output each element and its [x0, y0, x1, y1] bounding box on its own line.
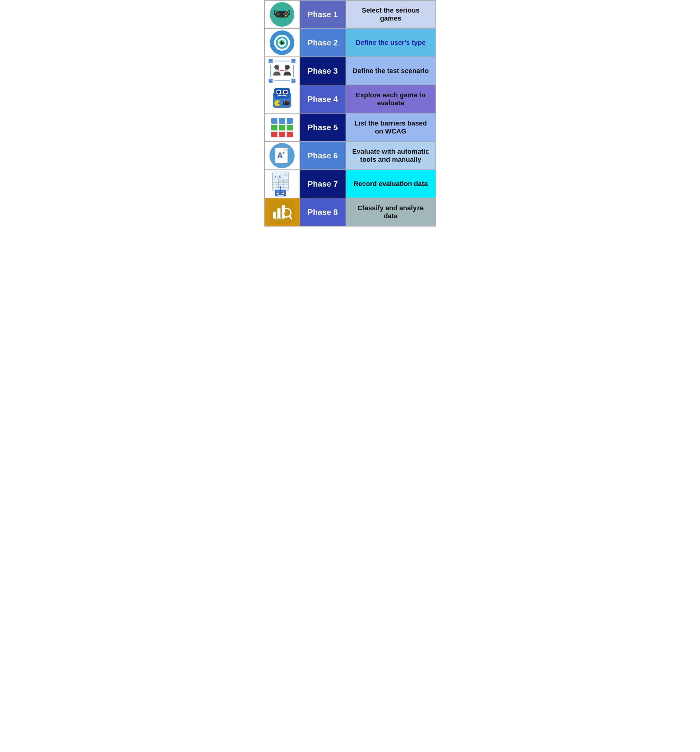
- svg-text:+: +: [282, 151, 285, 155]
- phase-6-icon-cell: A +: [265, 142, 300, 169]
- svg-point-4: [287, 14, 289, 16]
- users-resize-icon: [268, 59, 296, 83]
- phase-row-2: Phase 2 Define the user's type: [265, 29, 435, 57]
- phase-7-label: Phase 7: [300, 170, 346, 198]
- svg-rect-69: [279, 180, 283, 182]
- svg-rect-48: [271, 118, 278, 124]
- phase-5-description: List the barriers based on WCAG: [346, 113, 435, 141]
- svg-rect-49: [279, 118, 285, 124]
- phase-2-label: Phase 2: [300, 29, 346, 56]
- phase-1-icon-cell: [265, 1, 300, 28]
- svg-rect-53: [287, 125, 293, 131]
- phase-8-icon-cell: [265, 198, 300, 226]
- svg-rect-44: [284, 101, 285, 103]
- svg-rect-2: [278, 12, 279, 16]
- svg-point-45: [287, 101, 289, 103]
- svg-line-82: [289, 216, 292, 219]
- phase-6-description: Evaluate with automatic tools and manual…: [346, 142, 435, 169]
- analytics-icon: [269, 200, 295, 224]
- gamepad-icon: [270, 2, 294, 27]
- phase-7-icon-cell: XLS: [265, 170, 300, 198]
- grid-icon: [268, 115, 296, 140]
- svg-point-30: [285, 65, 290, 70]
- phase-8-description: Classify and analyze data: [346, 198, 435, 226]
- svg-rect-56: [287, 132, 293, 137]
- phase-7-description: Record evaluation data: [346, 170, 435, 198]
- phase-row-4: ♪ Phase 4 Explore each game to evaluate: [265, 85, 435, 113]
- phase-3-description: Define the test scenario: [346, 57, 435, 85]
- svg-point-3: [285, 12, 287, 14]
- phase-4-icon-cell: ♪: [265, 85, 300, 113]
- phase-row-8: Phase 8 Classify and analyze data: [265, 198, 435, 226]
- svg-rect-55: [279, 132, 285, 137]
- robot-game-icon: ♪: [268, 86, 296, 112]
- phase-3-icon-cell: [265, 57, 300, 85]
- svg-point-29: [274, 65, 279, 70]
- svg-rect-79: [278, 208, 281, 218]
- eye-icon: [270, 30, 294, 55]
- svg-point-12: [282, 41, 283, 42]
- svg-point-77: [279, 186, 281, 188]
- svg-rect-70: [284, 180, 288, 182]
- svg-point-6: [283, 14, 285, 16]
- svg-rect-78: [273, 212, 276, 218]
- phase-4-label: Phase 4: [300, 85, 346, 113]
- phase-2-icon-cell: [265, 29, 300, 56]
- phase-row-1: Phase 1 Select the serious games: [265, 1, 435, 29]
- phase-6-label: Phase 6: [300, 142, 346, 169]
- phase-3-label: Phase 3: [300, 57, 346, 85]
- svg-rect-52: [279, 125, 285, 131]
- phases-container: Phase 1 Select the serious games: [264, 0, 436, 227]
- svg-text:XLS: XLS: [274, 175, 281, 179]
- svg-point-39: [284, 90, 287, 93]
- phase-8-label: Phase 8: [300, 198, 346, 226]
- svg-point-38: [277, 90, 280, 93]
- svg-rect-51: [271, 125, 278, 131]
- grade-icon: A +: [269, 143, 295, 168]
- spreadsheet-robot-icon: XLS: [268, 171, 296, 197]
- svg-rect-50: [287, 118, 293, 124]
- phase-5-icon-cell: [265, 113, 300, 141]
- phase-4-description: Explore each game to evaluate: [346, 85, 435, 113]
- phase-row-5: Phase 5 List the barriers based on WCAG: [265, 113, 435, 142]
- phase-1-description: Select the serious games: [346, 1, 435, 28]
- phase-row-3: Phase 3 Define the test scenario: [265, 57, 435, 85]
- svg-rect-54: [271, 132, 278, 137]
- svg-text:♪: ♪: [289, 104, 291, 109]
- phase-2-description: Define the user's type: [346, 29, 435, 56]
- svg-point-5: [285, 15, 287, 17]
- phase-1-label: Phase 1: [300, 1, 346, 28]
- svg-point-74: [278, 192, 279, 193]
- phase-row-7: XLS: [265, 170, 435, 198]
- svg-point-75: [282, 192, 284, 193]
- phase-5-label: Phase 5: [300, 113, 346, 141]
- phase-row-6: A + Phase 6 Evaluate with automatic tool…: [265, 142, 435, 170]
- svg-point-46: [289, 102, 290, 103]
